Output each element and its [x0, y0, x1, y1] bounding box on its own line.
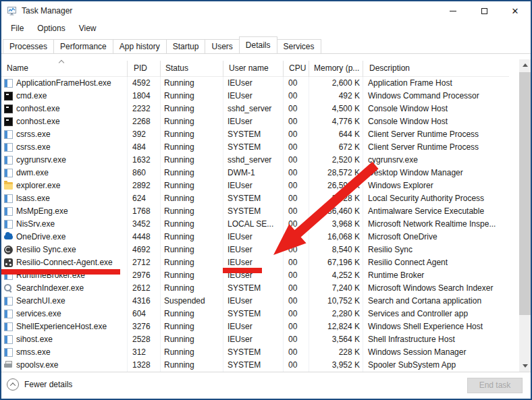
process-memory: 12,824 K: [309, 320, 360, 333]
process-user-name: SYSTEM: [228, 308, 282, 320]
process-pid: 4692: [132, 244, 159, 256]
process-row[interactable]: Resilio Sync.exe 4692 Running IEUser 00 …: [1, 244, 509, 256]
column-header-memory[interactable]: Memory (p...: [314, 59, 363, 77]
search-indexer-icon: [4, 284, 13, 293]
process-user-name: sshd_server: [228, 154, 282, 167]
process-row[interactable]: explorer.exe 2892 Running IEUser 00 26,5…: [1, 179, 509, 192]
process-description: Resilio Connect Agent: [368, 256, 508, 269]
process-row[interactable]: MsMpEng.exe 1768 Running SYSTEM 00 86,46…: [1, 205, 509, 218]
process-name: SearchUI.exe: [16, 295, 126, 308]
process-pid: 4592: [132, 77, 159, 90]
column-divider[interactable]: [283, 61, 284, 77]
process-name: NisSrv.exe: [16, 218, 126, 231]
process-name: Resilio-Connect-Agent.exe: [16, 256, 126, 269]
column-header-cpu[interactable]: CPU: [289, 59, 309, 77]
end-task-button[interactable]: End task: [467, 378, 523, 393]
tab-performance[interactable]: Performance: [53, 39, 113, 53]
folder-icon: [4, 182, 13, 190]
process-user-name: IEUser: [228, 333, 282, 346]
process-name: Resilio Sync.exe: [16, 244, 126, 256]
process-user-name: IEUser: [228, 115, 282, 128]
scroll-up-button[interactable]: [519, 59, 531, 71]
process-cpu: 00: [288, 256, 308, 269]
process-user-name: IEUser: [228, 256, 282, 269]
process-cpu: 00: [288, 295, 308, 308]
process-row[interactable]: csrss.exe 392 Running SYSTEM 00 644 K Cl…: [1, 128, 509, 141]
process-pid: 2612: [132, 282, 159, 295]
process-user-name: SYSTEM: [228, 205, 282, 218]
process-row[interactable]: smss.exe 312 Running SYSTEM 00 228 K Win…: [1, 346, 509, 359]
process-row[interactable]: SearchUI.exe 4316 Suspended IEUser 00 10…: [1, 295, 509, 308]
process-row[interactable]: cygrunsrv.exe 1632 Running sshd_server 0…: [1, 154, 509, 167]
tab-details[interactable]: Details: [239, 36, 277, 53]
menu-options[interactable]: Options: [33, 22, 69, 35]
process-cpu: 00: [288, 231, 308, 244]
process-row[interactable]: SearchIndexer.exe 2612 Running SYSTEM 00…: [1, 282, 509, 295]
tab-processes[interactable]: Processes: [3, 39, 54, 53]
process-row[interactable]: conhost.exe 2268 Running IEUser 00 4,776…: [1, 115, 509, 128]
process-memory: 2,520 K: [309, 154, 360, 167]
process-row[interactable]: NisSrv.exe 3452 Running LOCAL SE... 00 3…: [1, 218, 509, 231]
process-name: explorer.exe: [16, 179, 126, 192]
process-cpu: 00: [288, 346, 308, 359]
process-row[interactable]: services.exe 604 Running SYSTEM 00 2,280…: [1, 308, 509, 320]
printer-icon: [4, 362, 13, 368]
tab-app-history[interactable]: App history: [113, 39, 167, 53]
column-divider[interactable]: [223, 61, 223, 77]
window-app-icon: [4, 271, 13, 280]
column-divider[interactable]: [363, 61, 363, 77]
process-row[interactable]: RuntimeBroker.exe 2976 Running IEUser 00…: [1, 269, 509, 282]
process-pid: 4316: [132, 295, 159, 308]
scrollbar-thumb[interactable]: [519, 72, 531, 315]
maximize-button[interactable]: [469, 1, 500, 20]
tab-services[interactable]: Services: [277, 39, 321, 53]
process-pid: 312: [132, 346, 159, 359]
column-header-name[interactable]: Name: [7, 59, 122, 77]
process-row[interactable]: lsass.exe 624 Running SYSTEM 00 3,428 K …: [1, 192, 509, 205]
vertical-scrollbar[interactable]: [519, 59, 531, 372]
process-row[interactable]: ShellExperienceHost.exe 3276 Running IEU…: [1, 320, 509, 333]
task-manager-window: Task Manager ✕ FileOptionsView Processes…: [0, 0, 532, 400]
process-row[interactable]: cmd.exe 1804 Running IEUser 00 492 K Win…: [1, 90, 509, 103]
process-row[interactable]: ApplicationFrameHost.exe 4592 Running IE…: [1, 77, 509, 90]
process-status: Running: [164, 205, 221, 218]
window-app-icon: [4, 322, 13, 331]
process-row[interactable]: OneDrive.exe 4448 Running IEUser 00 16,0…: [1, 231, 509, 244]
minimize-button[interactable]: [437, 1, 469, 20]
process-row[interactable]: sihost.exe 2528 Running IEUser 00 3,564 …: [1, 333, 509, 346]
process-name: OneDrive.exe: [16, 231, 126, 244]
resilio-sync-icon: [4, 246, 13, 254]
process-status: Running: [164, 77, 221, 90]
process-memory: 26,596 K: [309, 179, 360, 192]
process-row[interactable]: spoolsv.exe 1328 Running SYSTEM 00 3,952…: [1, 359, 509, 372]
column-header-user[interactable]: User name: [229, 59, 283, 77]
process-pid: 1632: [132, 154, 159, 167]
process-user-name: IEUser: [228, 231, 282, 244]
process-user-name: sshd_server: [228, 103, 282, 115]
maximize-icon: [481, 8, 487, 14]
tab-users[interactable]: Users: [205, 39, 239, 53]
process-name: cmd.exe: [16, 90, 126, 103]
process-row[interactable]: Resilio-Connect-Agent.exe 2712 Running I…: [1, 256, 509, 269]
process-row[interactable]: conhost.exe 2232 Running sshd_server 00 …: [1, 103, 509, 115]
fewer-details-button[interactable]: Fewer details: [7, 378, 72, 391]
process-row[interactable]: dwm.exe 860 Running DWM-1 00 28,572 K De…: [1, 167, 509, 179]
process-memory: 4,252 K: [309, 269, 360, 282]
column-header-status[interactable]: Status: [165, 59, 222, 77]
process-row[interactable]: csrss.exe 484 Running SYSTEM 00 672 K Cl…: [1, 141, 509, 154]
process-description: Client Server Runtime Process: [368, 141, 508, 154]
process-memory: 67,196 K: [309, 256, 360, 269]
menu-view[interactable]: View: [75, 22, 101, 35]
tab-startup[interactable]: Startup: [166, 39, 206, 53]
process-pid: 624: [132, 192, 159, 205]
column-header-pid[interactable]: PID: [134, 59, 161, 77]
close-button[interactable]: ✕: [500, 1, 531, 20]
scroll-down-button[interactable]: [519, 360, 531, 372]
process-user-name: SYSTEM: [228, 359, 282, 372]
column-header-desc[interactable]: Description: [369, 59, 504, 77]
process-memory: 2,280 K: [309, 308, 360, 320]
process-cpu: 00: [288, 308, 308, 320]
menu-file[interactable]: File: [7, 22, 28, 35]
column-divider[interactable]: [127, 61, 128, 77]
process-cpu: 00: [288, 218, 308, 231]
